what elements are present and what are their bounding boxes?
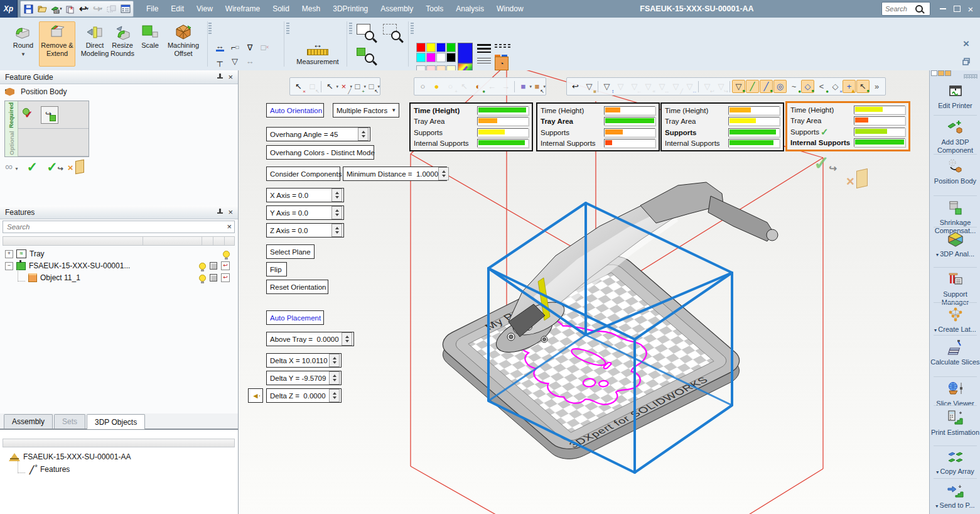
orientation-card-3[interactable]: Time (Height)Tray AreaSupportsInternal S…	[660, 102, 784, 151]
solid-icon[interactable]	[210, 274, 217, 282]
dropdown-caret-icon[interactable]: ▼	[21, 50, 26, 58]
delta-z-field[interactable]: Delta Z = 0.0000	[266, 388, 342, 403]
reset-orientation-button[interactable]: Reset Orientation	[266, 280, 328, 294]
zoom-object-button[interactable]	[355, 45, 377, 64]
save-icon[interactable]	[23, 3, 35, 15]
orientation-card-1[interactable]: Time (Height)Tray AreaSupportsInternal S…	[409, 102, 533, 151]
tree-row-object[interactable]: Object 11_1 ↩	[3, 272, 235, 283]
delta-x-field[interactable]: Delta X = 10.0110	[266, 353, 342, 368]
history-icon[interactable]: ↩	[221, 273, 230, 282]
snap-intersect-icon[interactable]: <●	[815, 80, 828, 93]
paste-remove-icon[interactable]: x	[64, 3, 76, 15]
viewport[interactable]: My Printer 3DXpert for SOLIDWORKS	[239, 70, 929, 514]
flip-button[interactable]: Flip	[266, 262, 287, 276]
consider-components-button[interactable]: Consider Components	[266, 167, 340, 181]
undo-icon[interactable]: ↩▾	[78, 3, 90, 15]
solid-icon[interactable]	[210, 262, 217, 270]
menu-window[interactable]: Window	[492, 3, 529, 15]
menu-file[interactable]: File	[141, 3, 163, 15]
orientation-card-2[interactable]: Time (Height)Tray AreaSupportsInternal S…	[536, 102, 660, 151]
tree-row-root[interactable]: FSAEUK-15-XXX-SU-00001-AA	[3, 451, 235, 462]
exit-button[interactable]: ×	[67, 160, 88, 174]
snap-face-icon[interactable]: ◇×	[829, 80, 842, 93]
sidebar-item-add-3dp-component[interactable]: Add 3DP Component	[930, 119, 980, 155]
visibility-bulb-icon[interactable]	[223, 251, 230, 258]
search-icon[interactable]	[915, 5, 923, 13]
mini-tab[interactable]	[931, 70, 937, 76]
preview-button[interactable]: ∞ ▾	[5, 161, 18, 173]
expand-icon[interactable]: +	[5, 250, 13, 258]
filter-stamp-icon[interactable]: ▽■	[583, 80, 596, 93]
close-icon[interactable]: ×	[228, 209, 233, 216]
pin-icon[interactable]	[217, 209, 223, 216]
close-button[interactable]: ×	[964, 3, 977, 15]
pick-tool-icon[interactable]: ↖▾	[323, 80, 337, 93]
snap-plane-icon[interactable]: ◇●	[801, 80, 814, 93]
sidebar-item-send-to-print[interactable]: ▾ Send to P...	[930, 483, 980, 510]
menu-tools[interactable]: Tools	[421, 3, 448, 15]
features-search-input[interactable]	[6, 222, 227, 231]
color-swatch-000000[interactable]	[446, 53, 456, 62]
frame-select-icon[interactable]: □↖▾	[365, 80, 378, 93]
multiple-factors-dropdown[interactable]: Multiple Factors▼	[333, 103, 399, 118]
overhang-colors-button[interactable]: Overhang Colors - Distinct Mode	[266, 145, 374, 160]
solid-display-icon[interactable]: ■▾	[517, 80, 530, 93]
z-axis-field[interactable]: Z Axis = 0.0	[266, 223, 344, 238]
overhang-angle-field[interactable]: Overhang Angle = 45	[266, 127, 370, 141]
menu-mesh[interactable]: Mesh	[297, 3, 325, 15]
mini-tab[interactable]	[938, 70, 944, 76]
perpendicular-dimension-icon[interactable]: ┬	[212, 54, 227, 68]
dotted-line-icon[interactable]	[477, 58, 491, 65]
sidebar-item-slice-viewer[interactable]: Slice Viewer	[930, 381, 980, 408]
spinner-control[interactable]	[438, 167, 449, 180]
remove-filter-icon[interactable]: ×╱▾	[337, 80, 350, 93]
minimize-button[interactable]	[936, 3, 950, 15]
snap-curve-icon[interactable]: ~●	[787, 80, 800, 93]
sidebar-item-copy-array[interactable]: ▾ Copy Array	[930, 450, 980, 476]
snap-pick-icon[interactable]: ↖●	[856, 80, 870, 93]
zoom-box-button[interactable]	[382, 23, 403, 41]
color-swatch-00d000[interactable]	[446, 43, 456, 52]
undo-icon[interactable]: ↩	[569, 80, 582, 93]
menu-assembly[interactable]: Assembly	[375, 3, 418, 15]
spinner-control[interactable]	[358, 128, 369, 141]
spinner-control[interactable]	[331, 224, 342, 237]
minimum-distance-field[interactable]: Minimum Distance = 1.0000	[343, 167, 447, 181]
menu-wireframe[interactable]: Wireframe	[220, 3, 265, 15]
color-swatch-00ffff[interactable]	[416, 53, 426, 62]
color-swatch-ffff00[interactable]	[426, 43, 436, 52]
resize-rounds-button[interactable]: Resize Rounds	[107, 21, 138, 67]
snap-endpoint-icon[interactable]: ╱	[746, 80, 759, 93]
menu-edit[interactable]: Edit	[166, 3, 189, 15]
display-pick-icon[interactable]: ■↖▾	[530, 80, 544, 93]
more-tools-icon[interactable]: »	[870, 80, 883, 93]
dialog-icon[interactable]	[119, 3, 131, 15]
sidebar-item-position-body[interactable]: Position Body	[930, 158, 980, 185]
sidebar-item-analysis-3dp[interactable]: ▾ 3DP Anal...	[930, 231, 980, 259]
spinner-control[interactable]	[329, 371, 340, 385]
visibility-bulb-icon[interactable]	[199, 275, 206, 282]
mini-tab[interactable]	[945, 70, 951, 76]
collapse-icon[interactable]: −	[5, 262, 13, 270]
dropdown-caret-icon[interactable]: ▾	[60, 6, 62, 11]
tree-row-body[interactable]: − FSAEUK-15-XXX-SU-00001... ↩	[3, 260, 235, 271]
line-style-icon[interactable]	[495, 43, 511, 54]
spinner-control[interactable]	[342, 332, 352, 346]
spinner-control[interactable]	[331, 189, 342, 202]
import-icon[interactable]: HH▾	[50, 3, 62, 15]
filter-move-icon[interactable]: ▽↕	[600, 80, 613, 93]
snap-center-icon[interactable]: ◎	[773, 80, 787, 93]
snap-midpoint-icon[interactable]: ╱●	[760, 80, 773, 93]
machining-offset-button[interactable]: Machining Offset	[162, 21, 205, 67]
round-button[interactable]: Round ▼	[9, 21, 38, 67]
menu-3dprinting[interactable]: 3DPrinting	[328, 3, 373, 15]
close-icon[interactable]: ×	[228, 74, 233, 80]
spinner-control[interactable]	[329, 354, 340, 367]
auto-placement-button[interactable]: Auto Placement	[266, 310, 324, 325]
line-weight-icon[interactable]	[477, 44, 491, 53]
restore-document-icon[interactable]	[962, 57, 971, 68]
visibility-bulb-icon[interactable]	[199, 263, 206, 270]
spinner-control[interactable]	[329, 389, 340, 402]
color-swatch-ff0000[interactable]	[416, 43, 426, 52]
deselect-icon[interactable]: ↖×	[292, 80, 305, 93]
